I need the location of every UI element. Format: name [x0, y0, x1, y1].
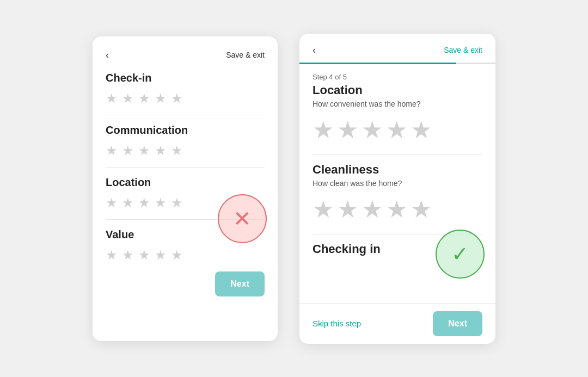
star-2[interactable]: ★: [337, 116, 358, 144]
star-5[interactable]: ★: [171, 248, 183, 263]
communication-title: Communication: [106, 124, 265, 137]
star-2[interactable]: ★: [337, 195, 358, 223]
star-4[interactable]: ★: [386, 195, 407, 223]
save-exit-button-right[interactable]: Save & exit: [444, 46, 482, 54]
star-3[interactable]: ★: [362, 116, 383, 144]
star-5[interactable]: ★: [411, 195, 432, 223]
checkin-section: Check-in ★ ★ ★ ★ ★: [106, 72, 265, 115]
location-stars-right[interactable]: ★ ★ ★ ★ ★: [313, 116, 482, 144]
communication-section: Communication ★ ★ ★ ★ ★: [106, 124, 265, 168]
star-1[interactable]: ★: [106, 248, 118, 263]
skip-button[interactable]: Skip this step: [313, 319, 361, 328]
star-4[interactable]: ★: [386, 116, 407, 144]
success-overlay: ✓: [436, 230, 485, 279]
next-button-left[interactable]: Next: [215, 271, 265, 296]
star-1[interactable]: ★: [106, 91, 118, 106]
star-4[interactable]: ★: [155, 91, 167, 106]
star-3[interactable]: ★: [138, 195, 150, 211]
star-3[interactable]: ★: [138, 248, 150, 263]
star-2[interactable]: ★: [122, 248, 134, 263]
star-1[interactable]: ★: [106, 195, 118, 211]
cleanliness-section: Cleanliness How clean was the home? ★ ★ …: [313, 163, 482, 223]
star-3[interactable]: ★: [138, 91, 150, 106]
star-1[interactable]: ★: [313, 195, 334, 223]
progress-bar-container: [299, 63, 495, 64]
star-1[interactable]: ★: [313, 116, 334, 144]
location-question: How convenient was the home?: [313, 100, 482, 108]
location-title-right: Location: [313, 83, 482, 97]
star-4[interactable]: ★: [155, 248, 167, 263]
cleanliness-stars[interactable]: ★ ★ ★ ★ ★: [313, 195, 482, 223]
back-button-left[interactable]: ‹: [106, 50, 109, 61]
save-exit-button-left[interactable]: Save & exit: [226, 51, 265, 59]
star-3[interactable]: ★: [362, 195, 383, 223]
star-4[interactable]: ★: [155, 143, 167, 158]
star-5[interactable]: ★: [171, 195, 183, 211]
left-card: ‹ Save & exit Check-in ★ ★ ★ ★ ★ Communi…: [93, 36, 278, 341]
check-icon: ✓: [451, 242, 469, 266]
progress-bar-fill: [299, 63, 456, 64]
right-card: ‹ Save & exit Step 4 of 5 Location How c…: [299, 34, 495, 344]
divider-1: [106, 115, 265, 115]
star-2[interactable]: ★: [122, 143, 134, 158]
location-section-right: Location How convenient was the home? ★ …: [313, 83, 482, 144]
value-stars[interactable]: ★ ★ ★ ★ ★: [106, 248, 265, 263]
location-title-left: Location: [106, 176, 265, 189]
right-bottom-bar: Skip this step Next: [299, 303, 495, 344]
right-divider-1: [313, 154, 482, 155]
back-button-right[interactable]: ‹: [313, 45, 316, 56]
left-header: ‹ Save & exit: [106, 50, 265, 61]
checkin-stars[interactable]: ★ ★ ★ ★ ★: [106, 91, 265, 106]
cleanliness-question: How clean was the home?: [313, 179, 482, 188]
star-1[interactable]: ★: [106, 143, 118, 158]
divider-2: [106, 167, 265, 168]
star-2[interactable]: ★: [122, 195, 134, 211]
checkin-title: Check-in: [106, 72, 265, 84]
star-5[interactable]: ★: [171, 143, 183, 158]
star-5[interactable]: ★: [411, 116, 432, 144]
star-3[interactable]: ★: [138, 143, 150, 158]
error-overlay: ✕: [218, 194, 267, 243]
left-bottom-row: Next: [106, 271, 265, 296]
star-4[interactable]: ★: [155, 195, 167, 211]
cleanliness-title: Cleanliness: [313, 163, 482, 177]
step-label: Step 4 of 5: [313, 73, 482, 81]
star-2[interactable]: ★: [122, 91, 134, 106]
communication-stars[interactable]: ★ ★ ★ ★ ★: [106, 143, 265, 158]
star-5[interactable]: ★: [171, 91, 183, 106]
next-button-right[interactable]: Next: [433, 311, 482, 336]
right-header: ‹ Save & exit: [299, 34, 495, 56]
x-icon: ✕: [233, 208, 252, 230]
